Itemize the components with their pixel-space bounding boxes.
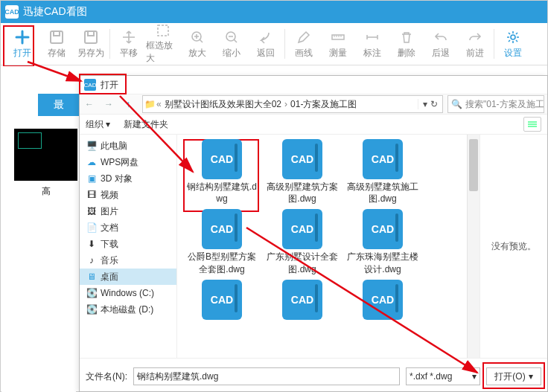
cad-file-icon: CAD: [282, 280, 322, 320]
nav-forward-button: →: [99, 94, 118, 114]
breadcrumb-part[interactable]: 别墅设计图纸及效果图大全02: [162, 98, 284, 111]
cad-file-icon: CAD: [202, 209, 242, 249]
drive-icon: 💽: [86, 303, 98, 315]
download-icon: ⬇: [86, 238, 98, 250]
cube-icon: ▣: [86, 173, 98, 184]
nav-up-button[interactable]: ↑: [118, 94, 138, 114]
save-as-button[interactable]: 另存为: [74, 25, 108, 62]
back-button[interactable]: 返回: [249, 25, 283, 62]
open-confirm-button[interactable]: 打开(O)▾: [486, 367, 541, 385]
draw-button[interactable]: 画线: [287, 25, 321, 62]
file-item[interactable]: CAD高级别墅建筑方案图.dwg: [265, 139, 340, 205]
tree-3d[interactable]: ▣3D 对象: [80, 170, 176, 187]
back-icon: [258, 29, 274, 45]
zoom-out-icon: [223, 29, 240, 45]
search-icon: 🔍: [451, 99, 462, 109]
image-icon: 🖼: [86, 205, 98, 217]
zoom-window-icon: [155, 23, 171, 38]
cad-file-icon: CAD: [363, 139, 403, 179]
dimension-icon: [364, 29, 380, 45]
redo-button[interactable]: 前进: [458, 25, 492, 62]
zoom-out-button[interactable]: 缩小: [214, 25, 249, 62]
cad-file-icon: CAD: [363, 280, 403, 320]
app-titlebar: CAD 迅捷CAD看图: [1, 1, 547, 23]
filename-input[interactable]: 钢结构别墅建筑.dwg: [133, 367, 400, 385]
cad-file-icon: CAD: [282, 139, 322, 179]
settings-button[interactable]: 设置: [496, 25, 530, 62]
document-icon: 📄: [86, 222, 98, 234]
toolbar-separator: [494, 29, 494, 59]
file-item[interactable]: CAD钢结构别墅建筑.dwg: [185, 139, 259, 205]
file-item[interactable]: CAD广东珠海别墅主楼设计.dwg: [345, 209, 420, 274]
view-mode-button[interactable]: [523, 117, 541, 132]
file-item[interactable]: CAD广东别墅设计全套图.dwg: [265, 209, 340, 274]
path-bar: ← → ↑ 📁 « 别墅设计图纸及效果图大全02 › 01-方案及施工图 ▾↻ …: [80, 94, 547, 115]
drive-icon: 💽: [86, 287, 98, 299]
tree-drive-d[interactable]: 💽本地磁盘 (D:): [80, 301, 176, 318]
breadcrumb-part[interactable]: 01-方案及施工图: [287, 98, 360, 111]
trash-icon: [398, 29, 415, 45]
cad-badge-icon: CAD: [84, 79, 96, 91]
monitor-icon: 🖥️: [86, 140, 98, 152]
vertical-scrollbar[interactable]: [467, 135, 480, 358]
pencil-icon: [296, 29, 312, 45]
dialog-bottom-bar: 文件名(N): 钢结构别墅建筑.dwg *.dxf *.dwg▾ 打开(O)▾: [80, 358, 547, 392]
file-item[interactable]: CAD: [345, 280, 420, 320]
file-grid: CAD钢结构别墅建筑.dwg CAD高级别墅建筑方案图.dwg CAD高级别墅建…: [177, 135, 480, 358]
gear-icon: [505, 29, 521, 45]
dialog-titlebar: CAD 打开: [80, 76, 547, 94]
tree-drive-c[interactable]: 💽Windows (C:): [80, 285, 176, 301]
open-button[interactable]: 打开: [5, 25, 39, 62]
tree-thispc[interactable]: 🖥️此电脑: [80, 138, 176, 154]
file-item[interactable]: CAD公爵B型别墅方案全套图.dwg: [185, 209, 259, 274]
new-folder-button[interactable]: 新建文件夹: [124, 118, 168, 131]
delete-button[interactable]: 删除: [389, 25, 424, 62]
tree-video[interactable]: 🎞视频: [80, 187, 176, 203]
breadcrumb-dropdown[interactable]: ▾↻: [418, 99, 442, 109]
folder-tree[interactable]: 🖥️此电脑 ☁WPS网盘 ▣3D 对象 🎞视频 🖼图片 📄文档 ⬇下载 ♪音乐 …: [80, 135, 177, 358]
undo-icon: [433, 29, 449, 45]
nav-back-button[interactable]: ←: [80, 94, 99, 114]
cad-file-icon: CAD: [202, 139, 242, 179]
recent-tab[interactable]: 最: [38, 94, 79, 116]
save-button[interactable]: 存储: [39, 25, 74, 62]
undo-button[interactable]: 后退: [424, 25, 458, 62]
save-as-icon: [83, 29, 99, 45]
search-input[interactable]: 🔍搜索"01-方案及施工: [447, 95, 544, 113]
refresh-icon[interactable]: ↻: [430, 99, 438, 109]
tree-wps[interactable]: ☁WPS网盘: [80, 154, 176, 170]
toolbar-separator: [284, 29, 285, 59]
tree-documents[interactable]: 📄文档: [80, 219, 176, 236]
scrollbar-thumb[interactable]: [469, 139, 478, 191]
cad-file-icon: CAD: [282, 209, 322, 249]
filetype-dropdown[interactable]: *.dxf *.dwg▾: [406, 367, 480, 385]
recent-thumbnail-label: 高: [14, 185, 77, 198]
dialog-title: 打开: [101, 79, 118, 91]
svg-rect-3: [88, 31, 94, 36]
recent-thumbnail[interactable]: [14, 129, 77, 181]
app-logo: CAD: [5, 5, 19, 19]
svg-rect-1: [54, 31, 60, 36]
video-icon: 🎞: [86, 189, 98, 201]
file-item[interactable]: CAD: [185, 280, 259, 320]
tree-desktop[interactable]: 🖥桌面: [80, 269, 176, 285]
redo-icon: [467, 29, 483, 45]
tree-pictures[interactable]: 🖼图片: [80, 203, 176, 219]
tree-music[interactable]: ♪音乐: [80, 252, 176, 269]
organize-menu[interactable]: 组织 ▾: [86, 118, 110, 131]
pan-button[interactable]: 平移: [112, 25, 146, 62]
dialog-command-bar: 组织 ▾ 新建文件夹: [80, 115, 547, 135]
app-title: 迅捷CAD看图: [23, 5, 87, 19]
svg-rect-0: [51, 31, 63, 43]
measure-button[interactable]: 测量: [321, 25, 355, 62]
zoom-window-button[interactable]: 框选放大: [146, 25, 180, 62]
dimension-button[interactable]: 标注: [355, 25, 389, 62]
chevron-down-icon: ▾: [529, 371, 533, 382]
music-icon: ♪: [86, 254, 98, 266]
file-item[interactable]: CAD: [265, 280, 340, 320]
zoom-in-button[interactable]: 放大: [180, 25, 214, 62]
tree-downloads[interactable]: ⬇下载: [80, 236, 176, 252]
file-item[interactable]: CAD高级别墅建筑施工图.dwg: [345, 139, 420, 205]
chevron-down-icon: ▾: [472, 371, 477, 382]
breadcrumb[interactable]: 📁 « 别墅设计图纸及效果图大全02 › 01-方案及施工图 ▾↻: [142, 95, 443, 113]
